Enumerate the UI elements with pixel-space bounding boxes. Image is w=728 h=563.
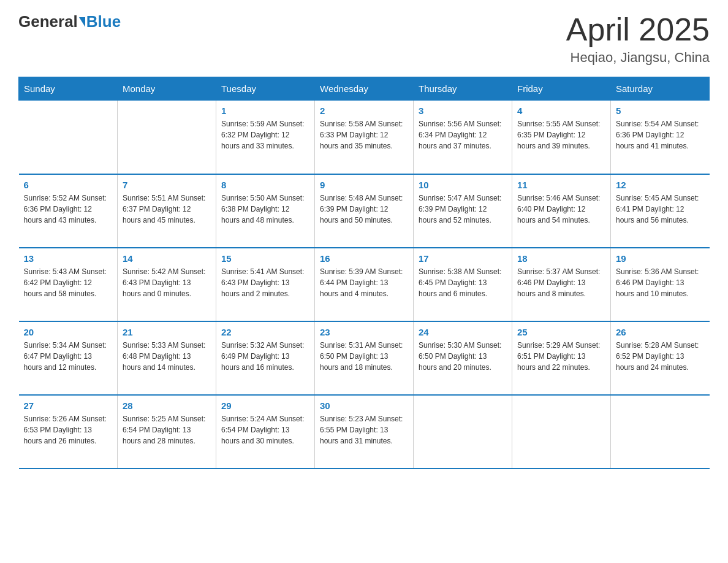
calendar-cell: 16Sunrise: 5:39 AM Sunset: 6:44 PM Dayli… bbox=[315, 248, 414, 321]
day-number: 20 bbox=[24, 327, 113, 337]
calendar-cell: 5Sunrise: 5:54 AM Sunset: 6:36 PM Daylig… bbox=[611, 101, 710, 174]
calendar-cell: 3Sunrise: 5:56 AM Sunset: 6:34 PM Daylig… bbox=[414, 101, 512, 174]
day-info: Sunrise: 5:51 AM Sunset: 6:37 PM Dayligh… bbox=[123, 193, 211, 226]
day-info: Sunrise: 5:30 AM Sunset: 6:50 PM Dayligh… bbox=[419, 340, 507, 373]
day-info: Sunrise: 5:56 AM Sunset: 6:34 PM Dayligh… bbox=[419, 118, 507, 151]
calendar-cell: 30Sunrise: 5:23 AM Sunset: 6:55 PM Dayli… bbox=[315, 395, 414, 469]
logo-blue-part: Blue bbox=[78, 12, 121, 31]
calendar-week-row: 1Sunrise: 5:59 AM Sunset: 6:32 PM Daylig… bbox=[19, 101, 710, 174]
calendar-cell: 12Sunrise: 5:45 AM Sunset: 6:41 PM Dayli… bbox=[611, 174, 710, 248]
day-info: Sunrise: 5:47 AM Sunset: 6:39 PM Dayligh… bbox=[419, 193, 507, 226]
day-number: 28 bbox=[123, 400, 211, 411]
day-info: Sunrise: 5:58 AM Sunset: 6:33 PM Dayligh… bbox=[320, 118, 408, 151]
day-info: Sunrise: 5:54 AM Sunset: 6:36 PM Dayligh… bbox=[616, 118, 705, 151]
calendar-cell: 8Sunrise: 5:50 AM Sunset: 6:38 PM Daylig… bbox=[216, 174, 315, 248]
weekday-header-thursday: Thursday bbox=[414, 77, 512, 101]
day-info: Sunrise: 5:38 AM Sunset: 6:45 PM Dayligh… bbox=[419, 266, 507, 299]
calendar-table: SundayMondayTuesdayWednesdayThursdayFrid… bbox=[18, 77, 710, 469]
day-info: Sunrise: 5:45 AM Sunset: 6:41 PM Dayligh… bbox=[616, 193, 705, 226]
logo-blue-text: Blue bbox=[86, 12, 121, 31]
weekday-header-sunday: Sunday bbox=[19, 77, 118, 101]
calendar-cell: 1Sunrise: 5:59 AM Sunset: 6:32 PM Daylig… bbox=[216, 101, 315, 174]
calendar-cell: 24Sunrise: 5:30 AM Sunset: 6:50 PM Dayli… bbox=[414, 321, 512, 395]
calendar-week-row: 27Sunrise: 5:26 AM Sunset: 6:53 PM Dayli… bbox=[19, 395, 710, 469]
day-number: 24 bbox=[419, 327, 507, 337]
calendar-cell: 17Sunrise: 5:38 AM Sunset: 6:45 PM Dayli… bbox=[414, 248, 512, 321]
calendar-cell bbox=[414, 395, 512, 469]
day-info: Sunrise: 5:50 AM Sunset: 6:38 PM Dayligh… bbox=[221, 193, 309, 226]
day-number: 26 bbox=[616, 327, 705, 337]
day-number: 22 bbox=[221, 327, 309, 337]
calendar-cell: 29Sunrise: 5:24 AM Sunset: 6:54 PM Dayli… bbox=[216, 395, 315, 469]
weekday-header-friday: Friday bbox=[512, 77, 611, 101]
calendar-cell: 27Sunrise: 5:26 AM Sunset: 6:53 PM Dayli… bbox=[19, 395, 118, 469]
day-number: 8 bbox=[221, 180, 309, 190]
day-info: Sunrise: 5:41 AM Sunset: 6:43 PM Dayligh… bbox=[221, 266, 309, 299]
logo-triangle-icon bbox=[79, 17, 85, 27]
day-number: 30 bbox=[320, 400, 408, 411]
weekday-header-tuesday: Tuesday bbox=[216, 77, 315, 101]
day-number: 5 bbox=[616, 105, 705, 116]
day-number: 19 bbox=[616, 253, 705, 264]
calendar-cell: 13Sunrise: 5:43 AM Sunset: 6:42 PM Dayli… bbox=[19, 248, 118, 321]
day-number: 2 bbox=[320, 105, 408, 116]
day-number: 14 bbox=[123, 253, 211, 264]
calendar-cell bbox=[118, 101, 216, 174]
day-number: 1 bbox=[221, 105, 309, 116]
calendar-cell: 25Sunrise: 5:29 AM Sunset: 6:51 PM Dayli… bbox=[512, 321, 611, 395]
day-info: Sunrise: 5:31 AM Sunset: 6:50 PM Dayligh… bbox=[320, 340, 408, 373]
day-info: Sunrise: 5:34 AM Sunset: 6:47 PM Dayligh… bbox=[24, 340, 113, 373]
calendar-cell: 11Sunrise: 5:46 AM Sunset: 6:40 PM Dayli… bbox=[512, 174, 611, 248]
day-info: Sunrise: 5:36 AM Sunset: 6:46 PM Dayligh… bbox=[616, 266, 705, 299]
calendar-cell bbox=[611, 395, 710, 469]
day-info: Sunrise: 5:52 AM Sunset: 6:36 PM Dayligh… bbox=[24, 193, 113, 226]
day-number: 12 bbox=[616, 180, 705, 190]
calendar-cell: 2Sunrise: 5:58 AM Sunset: 6:33 PM Daylig… bbox=[315, 101, 414, 174]
day-info: Sunrise: 5:26 AM Sunset: 6:53 PM Dayligh… bbox=[24, 413, 113, 446]
day-number: 13 bbox=[24, 253, 113, 264]
day-info: Sunrise: 5:33 AM Sunset: 6:48 PM Dayligh… bbox=[123, 340, 211, 373]
calendar-cell: 19Sunrise: 5:36 AM Sunset: 6:46 PM Dayli… bbox=[611, 248, 710, 321]
calendar-cell: 21Sunrise: 5:33 AM Sunset: 6:48 PM Dayli… bbox=[118, 321, 216, 395]
day-info: Sunrise: 5:23 AM Sunset: 6:55 PM Dayligh… bbox=[320, 413, 408, 446]
calendar-week-row: 20Sunrise: 5:34 AM Sunset: 6:47 PM Dayli… bbox=[19, 321, 710, 395]
day-number: 16 bbox=[320, 253, 408, 264]
weekday-header-row: SundayMondayTuesdayWednesdayThursdayFrid… bbox=[19, 77, 710, 101]
day-number: 7 bbox=[123, 180, 211, 190]
day-info: Sunrise: 5:29 AM Sunset: 6:51 PM Dayligh… bbox=[517, 340, 605, 373]
day-number: 4 bbox=[517, 105, 605, 116]
day-number: 15 bbox=[221, 253, 309, 264]
day-info: Sunrise: 5:59 AM Sunset: 6:32 PM Dayligh… bbox=[221, 118, 309, 151]
day-number: 10 bbox=[419, 180, 507, 190]
day-info: Sunrise: 5:25 AM Sunset: 6:54 PM Dayligh… bbox=[123, 413, 211, 446]
calendar-cell: 9Sunrise: 5:48 AM Sunset: 6:39 PM Daylig… bbox=[315, 174, 414, 248]
calendar-cell: 6Sunrise: 5:52 AM Sunset: 6:36 PM Daylig… bbox=[19, 174, 118, 248]
calendar-body: 1Sunrise: 5:59 AM Sunset: 6:32 PM Daylig… bbox=[19, 101, 710, 469]
day-number: 11 bbox=[517, 180, 605, 190]
calendar-cell: 23Sunrise: 5:31 AM Sunset: 6:50 PM Dayli… bbox=[315, 321, 414, 395]
calendar-cell bbox=[512, 395, 611, 469]
calendar-cell: 4Sunrise: 5:55 AM Sunset: 6:35 PM Daylig… bbox=[512, 101, 611, 174]
page-header: General Blue April 2025 Heqiao, Jiangsu,… bbox=[18, 12, 710, 66]
day-info: Sunrise: 5:39 AM Sunset: 6:44 PM Dayligh… bbox=[320, 266, 408, 299]
day-info: Sunrise: 5:43 AM Sunset: 6:42 PM Dayligh… bbox=[24, 266, 113, 299]
day-number: 21 bbox=[123, 327, 211, 337]
calendar-cell: 22Sunrise: 5:32 AM Sunset: 6:49 PM Dayli… bbox=[216, 321, 315, 395]
calendar-location: Heqiao, Jiangsu, China bbox=[566, 50, 710, 66]
day-number: 3 bbox=[419, 105, 507, 116]
day-info: Sunrise: 5:24 AM Sunset: 6:54 PM Dayligh… bbox=[221, 413, 309, 446]
day-number: 9 bbox=[320, 180, 408, 190]
calendar-cell: 20Sunrise: 5:34 AM Sunset: 6:47 PM Dayli… bbox=[19, 321, 118, 395]
day-info: Sunrise: 5:37 AM Sunset: 6:46 PM Dayligh… bbox=[517, 266, 605, 299]
title-block: April 2025 Heqiao, Jiangsu, China bbox=[566, 12, 710, 66]
calendar-cell: 10Sunrise: 5:47 AM Sunset: 6:39 PM Dayli… bbox=[414, 174, 512, 248]
calendar-cell: 26Sunrise: 5:28 AM Sunset: 6:52 PM Dayli… bbox=[611, 321, 710, 395]
day-info: Sunrise: 5:46 AM Sunset: 6:40 PM Dayligh… bbox=[517, 193, 605, 226]
calendar-cell bbox=[19, 101, 118, 174]
calendar-cell: 18Sunrise: 5:37 AM Sunset: 6:46 PM Dayli… bbox=[512, 248, 611, 321]
day-info: Sunrise: 5:48 AM Sunset: 6:39 PM Dayligh… bbox=[320, 193, 408, 226]
day-number: 29 bbox=[221, 400, 309, 411]
day-number: 6 bbox=[24, 180, 113, 190]
logo-general-text: General bbox=[18, 12, 78, 31]
weekday-header-wednesday: Wednesday bbox=[315, 77, 414, 101]
